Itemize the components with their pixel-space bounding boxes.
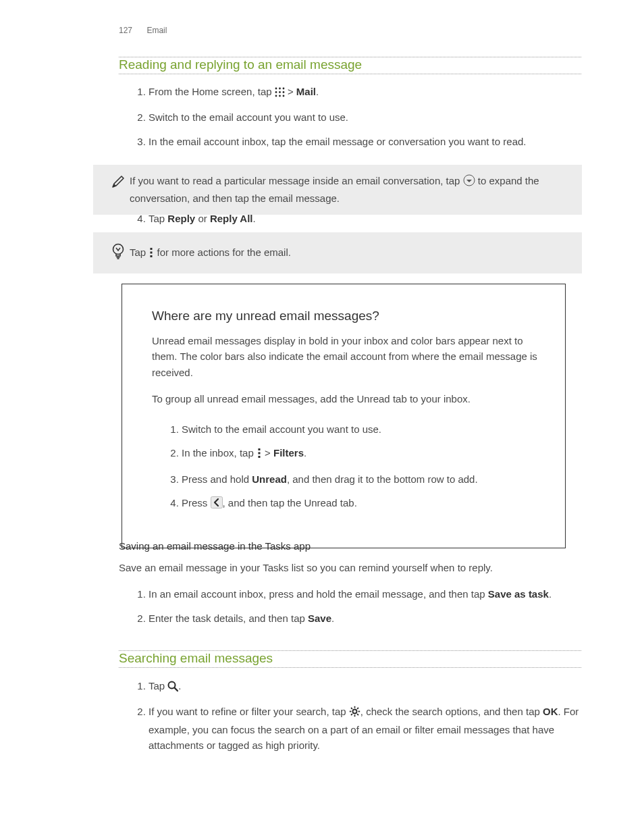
- callout-box-unread: Where are my unread email messages? Unre…: [122, 284, 566, 548]
- callout-paragraph: To group all unread email messages, add …: [152, 391, 538, 407]
- svg-point-4: [279, 91, 281, 93]
- expand-dropdown-icon: [463, 174, 475, 190]
- svg-line-30: [357, 708, 358, 709]
- svg-point-1: [279, 88, 281, 90]
- page-number: 127: [119, 26, 132, 35]
- step-item: In the inbox, tap > Filters.: [182, 441, 538, 467]
- callout-paragraph: Unread email messages display in bold in…: [152, 333, 538, 380]
- svg-point-5: [282, 91, 284, 93]
- svg-point-0: [275, 88, 277, 90]
- step-item: Enter the task details, and then tap Sav…: [149, 606, 581, 630]
- svg-rect-15: [151, 255, 153, 257]
- search-icon: [167, 680, 178, 696]
- tip-callout: Tap for more actions for the email.: [93, 232, 582, 273]
- step-item: Tap Reply or Reply All.: [149, 207, 581, 230]
- app-grid-icon: [275, 86, 285, 101]
- step-item: Switch to the email account you want to …: [149, 105, 581, 129]
- steps-list-saving: In an email account inbox, press and hol…: [119, 582, 581, 630]
- section-title-searching: Searching email messages: [119, 651, 278, 666]
- svg-point-7: [279, 95, 281, 97]
- pencil-icon: [107, 173, 130, 193]
- step-item: In the email account inbox, tap the emai…: [149, 130, 581, 153]
- svg-rect-14: [151, 251, 153, 253]
- more-vertical-icon: [257, 447, 262, 463]
- svg-line-27: [351, 708, 352, 709]
- step-item: If you want to refine or filter your sea…: [149, 700, 581, 757]
- step-item: Tap .: [149, 674, 581, 700]
- svg-rect-13: [151, 248, 153, 250]
- step-item: Press and hold Unread, and then drag it …: [182, 467, 538, 491]
- svg-point-8: [282, 95, 284, 97]
- steps-list-reading-cont: Tap Reply or Reply All.: [119, 207, 581, 230]
- steps-list-unread: Switch to the email account you want to …: [152, 417, 538, 517]
- back-chevron-icon: [211, 496, 223, 513]
- callout-title: Where are my unread email messages?: [152, 309, 538, 323]
- svg-line-21: [175, 688, 178, 692]
- steps-list-reading: From the Home screen, tap > Mail. Switch…: [119, 80, 581, 153]
- section-name: Email: [146, 26, 167, 35]
- svg-point-3: [275, 91, 277, 93]
- page-header: 127 Email: [119, 26, 167, 35]
- svg-point-10: [113, 244, 124, 255]
- step-item: Switch to the email account you want to …: [182, 417, 538, 441]
- svg-rect-19: [211, 496, 222, 508]
- svg-rect-18: [258, 456, 260, 458]
- svg-point-6: [275, 95, 277, 97]
- paragraph: Save an email message in your Tasks list…: [119, 560, 581, 575]
- subheading-saving: Saving an email message in the Tasks app: [119, 540, 581, 552]
- lightbulb-icon: [107, 243, 130, 263]
- svg-point-2: [282, 88, 284, 90]
- svg-line-28: [357, 714, 358, 715]
- step-item: Press , and then tap the Unread tab.: [182, 491, 538, 517]
- step-item: In an email account inbox, press and hol…: [149, 582, 581, 606]
- svg-rect-17: [258, 452, 260, 454]
- svg-point-22: [352, 710, 356, 714]
- svg-rect-16: [258, 448, 260, 450]
- steps-list-searching: Tap . If you want to refine or filter yo…: [119, 674, 581, 757]
- step-item: From the Home screen, tap > Mail.: [149, 80, 581, 105]
- section-title-reading: Reading and replying to an email message: [119, 57, 367, 72]
- settings-gear-icon: [349, 706, 360, 721]
- svg-line-29: [351, 714, 352, 715]
